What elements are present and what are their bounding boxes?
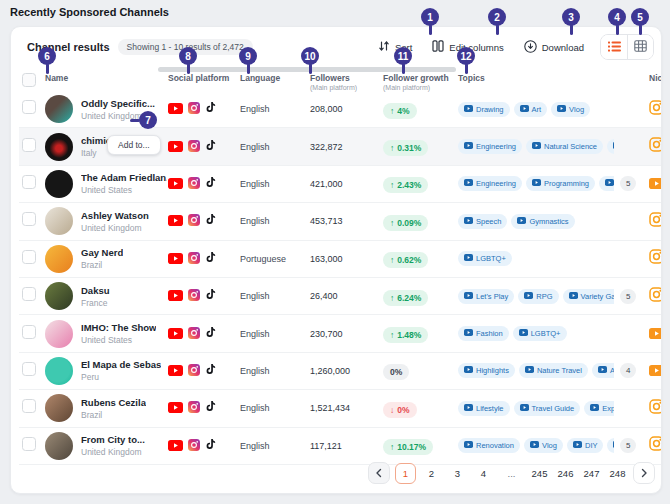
topic-label: Fashion bbox=[476, 329, 503, 338]
instagram-icon bbox=[188, 325, 200, 343]
topic-label: Expat bbox=[602, 404, 614, 413]
page-button-4[interactable]: 4 bbox=[473, 463, 494, 484]
instagram-icon bbox=[188, 212, 200, 230]
channel-country: United States bbox=[81, 335, 156, 345]
page-button-246[interactable]: 246 bbox=[555, 463, 576, 484]
channel-name: Ashley Watson bbox=[81, 210, 149, 221]
horizontal-scrollbar[interactable] bbox=[158, 67, 456, 72]
table-row[interactable]: Gay NerdBrazilPortuguese163,000↑0.62%LGB… bbox=[19, 241, 662, 278]
topic-youtube-icon bbox=[525, 366, 534, 375]
channel-name-block: Ashley WatsonUnited Kingdom bbox=[81, 210, 149, 233]
row-checkbox-cell bbox=[19, 212, 45, 230]
annotation-badge-4: 4 bbox=[608, 8, 626, 26]
channel-country: United Kingdom bbox=[81, 223, 149, 233]
row-checkbox[interactable] bbox=[22, 437, 36, 451]
topic-label: Engineering bbox=[476, 179, 516, 188]
follower-growth-cell: ↑1.48% bbox=[383, 324, 458, 343]
topics-cell: FashionLGBTQ+ bbox=[458, 315, 641, 351]
page-button-245[interactable]: 245 bbox=[529, 463, 550, 484]
growth-badge: ↑4% bbox=[383, 103, 417, 119]
youtube-icon bbox=[168, 399, 183, 417]
instagram-icon bbox=[188, 100, 200, 118]
youtube-icon bbox=[168, 138, 183, 156]
followers-value: 1,260,000 bbox=[310, 366, 383, 376]
list-view-button[interactable] bbox=[601, 35, 627, 59]
channel-name: The Adam Friedlan... bbox=[81, 172, 167, 183]
page-button-3[interactable]: 3 bbox=[447, 463, 468, 484]
topic-badge: Let's Play bbox=[458, 289, 514, 304]
row-checkbox[interactable] bbox=[22, 399, 36, 413]
pagination: 1234...245246247248 bbox=[19, 455, 655, 491]
channel-avatar bbox=[45, 95, 73, 123]
channel-avatar bbox=[45, 282, 73, 310]
social-platform-icons bbox=[168, 362, 240, 380]
channel-name-cell: Gay NerdBrazil bbox=[45, 245, 168, 273]
page-button-248[interactable]: 248 bbox=[607, 463, 628, 484]
channel-avatar bbox=[45, 133, 73, 161]
row-checkbox[interactable] bbox=[22, 325, 36, 339]
niche-instagram-icon bbox=[649, 137, 662, 156]
youtube-icon bbox=[168, 437, 183, 455]
growth-badge: 0% bbox=[383, 364, 409, 380]
channel-results-card: Channel results Showing 1 - 10 results o… bbox=[10, 26, 662, 494]
arrow-up-icon: ↑ bbox=[390, 106, 394, 116]
row-checkbox[interactable] bbox=[22, 175, 36, 189]
column-header-social-platform: Social platform bbox=[168, 73, 240, 83]
row-checkbox[interactable] bbox=[22, 287, 36, 301]
tiktok-icon bbox=[205, 175, 217, 193]
channel-name-cell: IMHO: The ShowUnited States bbox=[45, 320, 168, 348]
follower-growth-cell: ↓0% bbox=[383, 399, 458, 418]
language-value: English bbox=[240, 329, 310, 339]
row-checkbox[interactable] bbox=[22, 138, 36, 152]
niche-cell bbox=[641, 436, 662, 455]
follower-growth-cell: 0% bbox=[383, 361, 458, 380]
download-button[interactable]: Download bbox=[524, 40, 584, 55]
topics-list: RenovationVlogDIYCouple bbox=[458, 438, 614, 453]
table-row[interactable]: Rubens CezilaBrazilEnglish1,521,434↓0%Li… bbox=[19, 390, 662, 427]
pagination-ellipsis: ... bbox=[499, 463, 524, 484]
follower-growth-cell: ↑0.09% bbox=[383, 212, 458, 231]
language-value: English bbox=[240, 403, 310, 413]
row-checkbox[interactable] bbox=[22, 362, 36, 376]
select-all-checkbox[interactable] bbox=[22, 73, 36, 87]
topic-youtube-icon bbox=[464, 292, 473, 301]
follower-growth-cell: ↑0.31% bbox=[383, 137, 458, 156]
topic-badge: Gymnastics bbox=[511, 214, 574, 229]
table-row[interactable]: The Adam Friedlan...United StatesEnglish… bbox=[19, 166, 662, 203]
topic-badge: Vlog bbox=[551, 102, 590, 117]
topic-badge: Engineering bbox=[458, 139, 522, 154]
table-row[interactable]: Oddly Specific...United KingdomEnglish20… bbox=[19, 91, 662, 128]
topic-badge: Travel Guide bbox=[514, 401, 581, 416]
table-row[interactable]: chimicazzItalyAdd to...English322,872↑0.… bbox=[19, 128, 662, 165]
topic-label: Vlog bbox=[542, 441, 557, 450]
niche-cell bbox=[641, 325, 662, 343]
table-row[interactable]: El Mapa de SebasPeruEnglish1,260,0000%Hi… bbox=[19, 353, 662, 390]
topics-cell: EngineeringProgrammingTechnology5 bbox=[458, 166, 641, 202]
table-row[interactable]: Ashley WatsonUnited KingdomEnglish453,71… bbox=[19, 203, 662, 240]
topic-badge: Programming bbox=[526, 176, 595, 191]
table-row[interactable]: DaksuFranceEnglish26,400↑6.24%Let's Play… bbox=[19, 278, 662, 315]
add-to-button[interactable]: Add to... bbox=[107, 135, 161, 155]
topics-cell: SpeechGymnastics bbox=[458, 203, 641, 239]
growth-badge: ↑0.31% bbox=[383, 140, 428, 156]
page-button-247[interactable]: 247 bbox=[581, 463, 602, 484]
topic-youtube-icon bbox=[464, 404, 473, 413]
page-button-1[interactable]: 1 bbox=[395, 463, 416, 484]
prev-page-button[interactable] bbox=[368, 462, 390, 484]
topic-youtube-icon bbox=[520, 105, 529, 114]
channel-name-cell: Rubens CezilaBrazil bbox=[45, 394, 168, 422]
row-checkbox[interactable] bbox=[22, 250, 36, 264]
column-header-name: Name bbox=[45, 73, 168, 83]
edit-columns-icon bbox=[432, 40, 444, 54]
youtube-icon bbox=[168, 100, 183, 118]
channel-name: El Mapa de Sebas bbox=[81, 359, 161, 370]
row-checkbox[interactable] bbox=[22, 100, 36, 114]
page-button-2[interactable]: 2 bbox=[421, 463, 442, 484]
grid-view-button[interactable] bbox=[627, 35, 653, 59]
growth-value: 10.17% bbox=[397, 442, 426, 452]
row-checkbox[interactable] bbox=[22, 212, 36, 226]
table-row[interactable]: IMHO: The ShowUnited StatesEnglish230,70… bbox=[19, 315, 662, 352]
social-platform-icons bbox=[168, 399, 240, 417]
next-page-button[interactable] bbox=[633, 462, 655, 484]
annotation-badge-5: 5 bbox=[631, 8, 649, 26]
